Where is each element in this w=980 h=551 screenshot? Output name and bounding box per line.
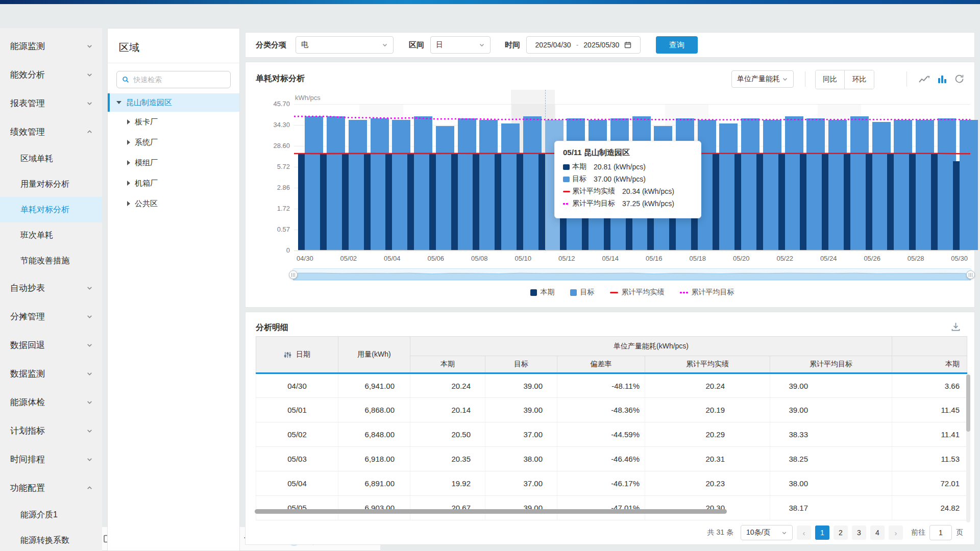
sidebar-item-3[interactable]: 绩效管理: [0, 117, 102, 146]
tree-node-2[interactable]: 模组厂: [108, 153, 239, 173]
sidebar-item-9[interactable]: 自动抄表: [0, 273, 102, 302]
cell-0-1: 6,941.00: [338, 373, 410, 398]
vertical-scrollbar-thumb[interactable]: [966, 374, 970, 432]
sidebar-item-6[interactable]: 单耗对标分析: [0, 197, 102, 222]
interval-select[interactable]: 日: [430, 36, 491, 54]
sidebar-item-label: 报表管理: [10, 97, 45, 109]
tree-node-4[interactable]: 公共区: [108, 193, 239, 214]
sidebar-item-11[interactable]: 数据回退: [0, 331, 102, 359]
legend-item-2[interactable]: 累计平均实绩: [610, 288, 665, 297]
category-select[interactable]: 电: [296, 36, 394, 54]
sidebar-item-0[interactable]: 能源监测: [0, 32, 102, 60]
sidebar-item-5[interactable]: 用量对标分析: [0, 171, 102, 197]
tree-expand-icon[interactable]: [127, 201, 130, 206]
query-button[interactable]: 查询: [656, 36, 698, 54]
bar-chart-icon[interactable]: [937, 74, 947, 84]
cell-4-1: 6,891.00: [338, 471, 410, 496]
tree-node-3[interactable]: 机箱厂: [108, 173, 239, 193]
time-label: 时间: [505, 40, 520, 50]
horizontal-scrollbar[interactable]: [255, 509, 727, 514]
sidebar-item-18[interactable]: 能源转换系数: [0, 528, 102, 551]
column-filter-icon[interactable]: [284, 351, 291, 359]
legend-item-3[interactable]: 累计平均目标: [680, 288, 734, 297]
sidebar-item-14[interactable]: 计划指标: [0, 416, 102, 445]
chart-title: 单耗对标分析: [256, 73, 305, 84]
prev-page-button[interactable]: ‹: [797, 525, 811, 540]
legend-item-1[interactable]: 目标: [570, 288, 595, 297]
legend-marker: [610, 292, 618, 293]
sidebar-item-10[interactable]: 分摊管理: [0, 302, 102, 331]
sidebar-item-label: 能源体检: [10, 396, 45, 408]
page-suffix: 页: [956, 528, 963, 537]
x-axis-tick: 05/20: [726, 255, 756, 262]
tree-node-1[interactable]: 系统厂: [108, 132, 239, 153]
date-separator: -: [576, 41, 579, 49]
region-search-input[interactable]: [133, 76, 225, 84]
sidebar-item-label: 能源介质1: [20, 510, 58, 520]
tree-node-label: 公共区: [135, 199, 158, 209]
chart-datazoom-slider[interactable]: [292, 268, 971, 281]
next-page-button[interactable]: ›: [889, 525, 903, 540]
sidebar-item-label: 单耗对标分析: [20, 205, 69, 215]
sidebar-item-label: 自动抄表: [10, 282, 45, 294]
cell-2-5: 20.29: [645, 422, 770, 447]
download-icon[interactable]: [950, 321, 961, 332]
tree-collapse-icon[interactable]: [116, 101, 121, 104]
x-axis-tick: 05/10: [508, 255, 538, 262]
sidebar-item-12[interactable]: 数据监测: [0, 359, 102, 388]
cell-5-4: -47.01%: [557, 496, 645, 520]
tooltip-marker: [563, 177, 572, 182]
page-button-3[interactable]: 3: [852, 525, 866, 540]
tree-expand-icon[interactable]: [127, 181, 130, 186]
chevron-down-icon: [86, 43, 93, 49]
tree-expand-icon[interactable]: [127, 140, 130, 145]
tooltip-label: 本期: [572, 162, 594, 171]
cell-2-4: -44.59%: [557, 422, 645, 447]
interval-label: 区间: [409, 40, 424, 50]
sidebar-item-4[interactable]: 区域单耗: [0, 146, 102, 171]
calendar-icon: [624, 41, 631, 48]
goto-page-input[interactable]: [929, 525, 952, 540]
page-button-4[interactable]: 4: [870, 525, 885, 540]
yoy-button[interactable]: 同比: [816, 70, 845, 89]
cell-4-5: 20.23: [645, 471, 770, 496]
datazoom-left-handle[interactable]: [289, 270, 298, 279]
mom-button[interactable]: 环比: [845, 70, 874, 89]
tree-expand-icon[interactable]: [127, 160, 130, 165]
sidebar-item-13[interactable]: 能源体检: [0, 388, 102, 416]
y-axis-tick: 28.60: [262, 142, 290, 149]
x-axis-tick: 04/30: [289, 255, 320, 262]
sidebar-item-17[interactable]: 能源介质1: [0, 502, 102, 528]
legend-item-0[interactable]: 本期: [530, 288, 555, 297]
region-search[interactable]: [116, 71, 231, 88]
x-axis-tick: 05/18: [682, 255, 713, 262]
tree-node-0[interactable]: 板卡厂: [108, 112, 239, 132]
sidebar-item-7[interactable]: 班次单耗: [0, 222, 102, 248]
sidebar-item-8[interactable]: 节能改善措施: [0, 248, 102, 273]
group-header-unit-consumption: 单位产量能耗(kWh/pcs): [410, 337, 892, 356]
tooltip-label: 累计平均目标: [572, 199, 615, 208]
page-button-2[interactable]: 2: [834, 525, 848, 540]
tree-expand-icon[interactable]: [127, 119, 130, 124]
datazoom-right-handle[interactable]: [966, 270, 975, 279]
sidebar-item-2[interactable]: 报表管理: [0, 89, 102, 117]
page-size-select[interactable]: 10条/页: [741, 525, 793, 540]
tree-node-root[interactable]: 昆山制造园区: [108, 93, 239, 112]
sidebar-item-16[interactable]: 功能配置: [0, 473, 102, 502]
x-axis-tick: 05/04: [377, 255, 407, 262]
sidebar-item-15[interactable]: 时间排程: [0, 445, 102, 473]
detail-table-card: 分析明细 日期用量(kWh)单位产量能耗(kWh/pcs) 本期目标偏差率累计平…: [245, 312, 975, 545]
chevron-down-icon: [86, 342, 93, 348]
date-start: 2025/04/30: [535, 41, 571, 49]
metric-select[interactable]: 单位产量能耗: [731, 70, 794, 88]
x-axis-tick: 05/06: [421, 255, 451, 262]
date-range-picker[interactable]: 2025/04/30 - 2025/05/30: [526, 36, 641, 54]
refresh-icon[interactable]: [954, 73, 965, 84]
x-axis-tick: 05/02: [333, 255, 364, 262]
divider: [805, 71, 805, 87]
line-chart-icon[interactable]: [918, 74, 930, 84]
chevron-down-icon: [382, 42, 388, 48]
page-button-1[interactable]: 1: [815, 525, 829, 540]
cell-5-5: 20.30: [645, 496, 770, 520]
sidebar-item-1[interactable]: 能效分析: [0, 60, 102, 89]
